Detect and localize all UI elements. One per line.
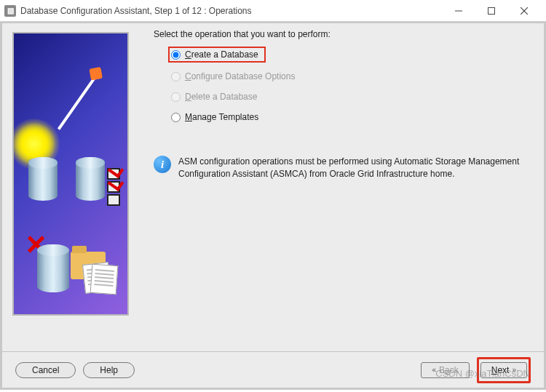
database-icon xyxy=(76,157,105,201)
database-icon xyxy=(28,157,58,201)
radio-mnemonic: D xyxy=(185,92,191,102)
radio-label: reate a Database xyxy=(191,49,258,60)
watermark: CSDN @xiaTianCsDN xyxy=(435,368,530,379)
database-icon xyxy=(37,244,69,292)
radio-mnemonic: C xyxy=(185,49,191,60)
wizard-graphic-panel xyxy=(12,32,129,316)
content-area: Select the operation that you want to pe… xyxy=(0,22,546,390)
radio-label: onfigure Database Options xyxy=(191,71,296,81)
radio-delete-database: Delete a Database xyxy=(171,92,537,102)
maximize-icon xyxy=(488,7,495,15)
cancel-button[interactable]: Cancel xyxy=(15,362,76,378)
info-text: ASM configuration operations must be per… xyxy=(178,156,522,181)
radio-manage-templates[interactable]: Manage Templates xyxy=(171,112,537,122)
radio-configure-database: Configure Database Options xyxy=(171,71,537,81)
radio-label: elete a Database xyxy=(191,92,258,102)
minimize-button[interactable] xyxy=(442,0,475,22)
radio-mnemonic: C xyxy=(185,71,191,81)
window-title: Database Configuration Assistant, Step 1… xyxy=(20,6,252,16)
maximize-button[interactable] xyxy=(475,0,507,22)
close-button[interactable] xyxy=(507,0,540,22)
close-icon xyxy=(521,7,528,15)
radio-input[interactable] xyxy=(171,50,181,60)
titlebar: ▧ Database Configuration Assistant, Step… xyxy=(0,0,546,22)
help-button[interactable]: Help xyxy=(83,362,135,378)
radio-label: anage Templates xyxy=(192,112,258,122)
radio-input[interactable] xyxy=(171,113,181,122)
radio-create-database[interactable]: Create a Database xyxy=(168,47,266,63)
app-icon: ▧ xyxy=(4,5,16,17)
svg-rect-1 xyxy=(488,7,494,14)
radio-input xyxy=(171,92,181,102)
info-icon: i xyxy=(154,156,171,173)
operation-radio-group: Create a Database Configure Database Opt… xyxy=(171,47,537,122)
radio-mnemonic: M xyxy=(185,112,192,122)
form-panel: Select the operation that you want to pe… xyxy=(136,25,544,351)
form-prompt: Select the operation that you want to pe… xyxy=(154,29,537,39)
checklist-icon xyxy=(107,168,120,206)
templates-icon xyxy=(84,263,122,295)
info-panel: i ASM configuration operations must be p… xyxy=(154,156,537,181)
minimize-icon xyxy=(455,7,462,15)
radio-input xyxy=(171,72,181,81)
